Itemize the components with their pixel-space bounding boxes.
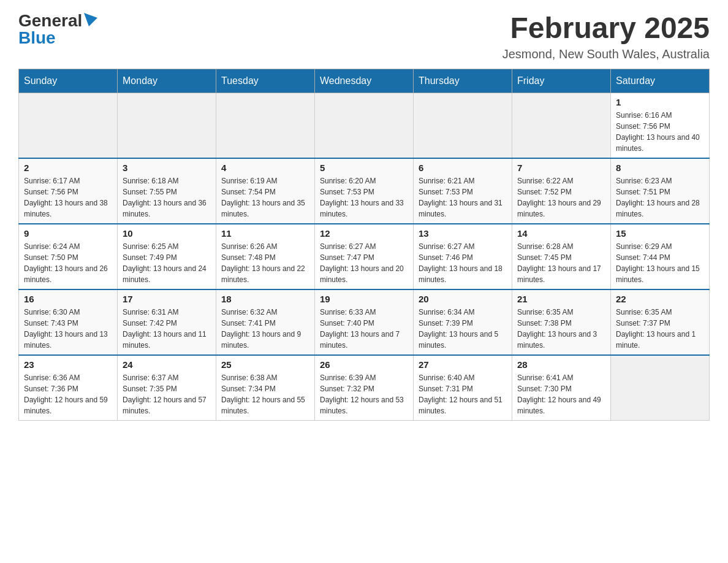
day-info: Sunrise: 6:17 AM Sunset: 7:56 PM Dayligh… xyxy=(24,175,112,220)
page-header: General Blue February 2025 Jesmond, New … xyxy=(18,12,710,61)
table-row: 21Sunrise: 6:35 AM Sunset: 7:38 PM Dayli… xyxy=(512,289,611,355)
day-number: 4 xyxy=(221,163,309,173)
header-saturday: Saturday xyxy=(611,69,710,93)
day-number: 17 xyxy=(123,294,211,304)
day-number: 15 xyxy=(616,228,704,239)
day-info: Sunrise: 6:34 AM Sunset: 7:39 PM Dayligh… xyxy=(419,307,507,351)
day-number: 6 xyxy=(419,163,507,173)
logo-blue-text: Blue xyxy=(18,29,56,47)
day-number: 18 xyxy=(221,294,309,304)
day-number: 5 xyxy=(320,163,408,173)
day-info: Sunrise: 6:35 AM Sunset: 7:38 PM Dayligh… xyxy=(517,307,605,351)
table-row xyxy=(414,93,512,158)
day-number: 3 xyxy=(123,163,211,173)
day-number: 27 xyxy=(419,359,507,370)
day-info: Sunrise: 6:35 AM Sunset: 7:37 PM Dayligh… xyxy=(616,307,704,351)
header-monday: Monday xyxy=(118,69,216,93)
day-info: Sunrise: 6:16 AM Sunset: 7:56 PM Dayligh… xyxy=(616,110,704,154)
day-number: 13 xyxy=(419,228,507,239)
day-info: Sunrise: 6:37 AM Sunset: 7:35 PM Dayligh… xyxy=(123,372,211,416)
table-row: 12Sunrise: 6:27 AM Sunset: 7:47 PM Dayli… xyxy=(315,224,414,289)
title-section: February 2025 Jesmond, New South Wales, … xyxy=(502,12,710,61)
day-number: 10 xyxy=(123,228,211,239)
table-row: 20Sunrise: 6:34 AM Sunset: 7:39 PM Dayli… xyxy=(414,289,512,355)
day-number: 19 xyxy=(320,294,408,304)
day-number: 9 xyxy=(24,228,112,239)
header-friday: Friday xyxy=(512,69,611,93)
table-row: 27Sunrise: 6:40 AM Sunset: 7:31 PM Dayli… xyxy=(414,355,512,421)
day-number: 20 xyxy=(419,294,507,304)
day-number: 2 xyxy=(24,163,112,173)
table-row: 17Sunrise: 6:31 AM Sunset: 7:42 PM Dayli… xyxy=(118,289,216,355)
day-number: 26 xyxy=(320,359,408,370)
logo-general-text: General xyxy=(18,12,82,29)
calendar-header-row: Sunday Monday Tuesday Wednesday Thursday… xyxy=(19,69,710,93)
table-row: 8Sunrise: 6:23 AM Sunset: 7:51 PM Daylig… xyxy=(611,158,710,224)
logo-arrow-icon xyxy=(84,13,97,26)
table-row: 26Sunrise: 6:39 AM Sunset: 7:32 PM Dayli… xyxy=(315,355,414,421)
day-info: Sunrise: 6:38 AM Sunset: 7:34 PM Dayligh… xyxy=(221,372,309,416)
day-info: Sunrise: 6:41 AM Sunset: 7:30 PM Dayligh… xyxy=(517,372,605,416)
day-info: Sunrise: 6:21 AM Sunset: 7:53 PM Dayligh… xyxy=(419,175,507,220)
svg-marker-0 xyxy=(84,13,97,26)
day-info: Sunrise: 6:24 AM Sunset: 7:50 PM Dayligh… xyxy=(24,241,112,285)
table-row: 25Sunrise: 6:38 AM Sunset: 7:34 PM Dayli… xyxy=(216,355,315,421)
header-wednesday: Wednesday xyxy=(315,69,414,93)
month-title: February 2025 xyxy=(502,12,710,45)
day-info: Sunrise: 6:18 AM Sunset: 7:55 PM Dayligh… xyxy=(123,175,211,220)
day-info: Sunrise: 6:27 AM Sunset: 7:47 PM Dayligh… xyxy=(320,241,408,285)
day-number: 16 xyxy=(24,294,112,304)
day-info: Sunrise: 6:39 AM Sunset: 7:32 PM Dayligh… xyxy=(320,372,408,416)
table-row: 11Sunrise: 6:26 AM Sunset: 7:48 PM Dayli… xyxy=(216,224,315,289)
table-row: 13Sunrise: 6:27 AM Sunset: 7:46 PM Dayli… xyxy=(414,224,512,289)
table-row xyxy=(118,93,216,158)
day-number: 11 xyxy=(221,228,309,239)
day-info: Sunrise: 6:36 AM Sunset: 7:36 PM Dayligh… xyxy=(24,372,112,416)
day-number: 7 xyxy=(517,163,605,173)
day-info: Sunrise: 6:20 AM Sunset: 7:53 PM Dayligh… xyxy=(320,175,408,220)
day-info: Sunrise: 6:33 AM Sunset: 7:40 PM Dayligh… xyxy=(320,307,408,351)
day-number: 24 xyxy=(123,359,211,370)
table-row: 23Sunrise: 6:36 AM Sunset: 7:36 PM Dayli… xyxy=(19,355,118,421)
day-number: 12 xyxy=(320,228,408,239)
table-row: 9Sunrise: 6:24 AM Sunset: 7:50 PM Daylig… xyxy=(19,224,118,289)
calendar-week-row: 9Sunrise: 6:24 AM Sunset: 7:50 PM Daylig… xyxy=(19,224,710,289)
day-number: 1 xyxy=(616,97,704,107)
table-row: 28Sunrise: 6:41 AM Sunset: 7:30 PM Dayli… xyxy=(512,355,611,421)
table-row xyxy=(19,93,118,158)
day-info: Sunrise: 6:32 AM Sunset: 7:41 PM Dayligh… xyxy=(221,307,309,351)
day-info: Sunrise: 6:30 AM Sunset: 7:43 PM Dayligh… xyxy=(24,307,112,351)
calendar-week-row: 16Sunrise: 6:30 AM Sunset: 7:43 PM Dayli… xyxy=(19,289,710,355)
calendar-week-row: 2Sunrise: 6:17 AM Sunset: 7:56 PM Daylig… xyxy=(19,158,710,224)
table-row: 16Sunrise: 6:30 AM Sunset: 7:43 PM Dayli… xyxy=(19,289,118,355)
table-row: 19Sunrise: 6:33 AM Sunset: 7:40 PM Dayli… xyxy=(315,289,414,355)
day-number: 8 xyxy=(616,163,704,173)
day-info: Sunrise: 6:40 AM Sunset: 7:31 PM Dayligh… xyxy=(419,372,507,416)
day-number: 23 xyxy=(24,359,112,370)
table-row: 18Sunrise: 6:32 AM Sunset: 7:41 PM Dayli… xyxy=(216,289,315,355)
calendar-week-row: 1Sunrise: 6:16 AM Sunset: 7:56 PM Daylig… xyxy=(19,93,710,158)
calendar-week-row: 23Sunrise: 6:36 AM Sunset: 7:36 PM Dayli… xyxy=(19,355,710,421)
logo: General Blue xyxy=(18,12,97,47)
table-row xyxy=(512,93,611,158)
table-row xyxy=(315,93,414,158)
location-text: Jesmond, New South Wales, Australia xyxy=(502,47,710,61)
table-row xyxy=(216,93,315,158)
table-row: 7Sunrise: 6:22 AM Sunset: 7:52 PM Daylig… xyxy=(512,158,611,224)
day-number: 22 xyxy=(616,294,704,304)
day-number: 28 xyxy=(517,359,605,370)
day-info: Sunrise: 6:19 AM Sunset: 7:54 PM Dayligh… xyxy=(221,175,309,220)
header-thursday: Thursday xyxy=(414,69,512,93)
day-info: Sunrise: 6:22 AM Sunset: 7:52 PM Dayligh… xyxy=(517,175,605,220)
header-sunday: Sunday xyxy=(19,69,118,93)
day-info: Sunrise: 6:23 AM Sunset: 7:51 PM Dayligh… xyxy=(616,175,704,220)
table-row: 2Sunrise: 6:17 AM Sunset: 7:56 PM Daylig… xyxy=(19,158,118,224)
table-row: 5Sunrise: 6:20 AM Sunset: 7:53 PM Daylig… xyxy=(315,158,414,224)
table-row: 15Sunrise: 6:29 AM Sunset: 7:44 PM Dayli… xyxy=(611,224,710,289)
day-number: 25 xyxy=(221,359,309,370)
table-row: 10Sunrise: 6:25 AM Sunset: 7:49 PM Dayli… xyxy=(118,224,216,289)
table-row: 1Sunrise: 6:16 AM Sunset: 7:56 PM Daylig… xyxy=(611,93,710,158)
table-row: 22Sunrise: 6:35 AM Sunset: 7:37 PM Dayli… xyxy=(611,289,710,355)
day-info: Sunrise: 6:29 AM Sunset: 7:44 PM Dayligh… xyxy=(616,241,704,285)
day-info: Sunrise: 6:25 AM Sunset: 7:49 PM Dayligh… xyxy=(123,241,211,285)
